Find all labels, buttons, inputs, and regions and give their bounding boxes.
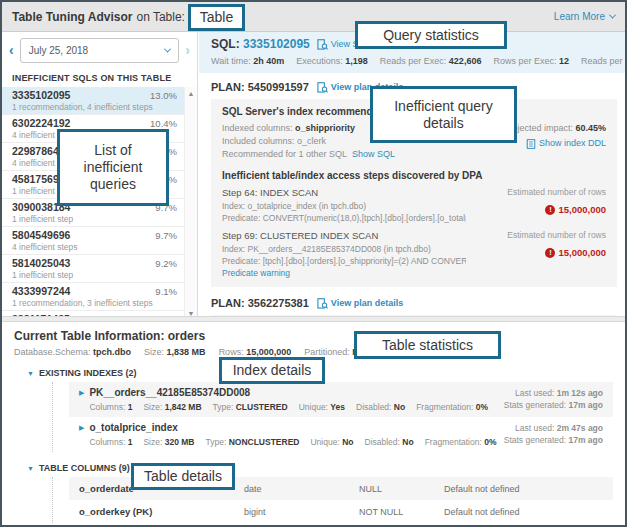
chevron-down-icon xyxy=(609,12,616,19)
sql-list-item[interactable]: 43339972449.1% 1 recommendation, 3 ineff… xyxy=(2,283,184,311)
annotation-table-statistics: Table statistics xyxy=(354,331,501,359)
recommended-for-text: Recommended for 1 other SQL xyxy=(222,149,347,159)
page-title: Table Tuning Advisor xyxy=(12,10,132,24)
sql-list-item[interactable]: 58045496969.7% 4 inefficient steps xyxy=(2,227,184,255)
scroll-up-icon[interactable]: ▲ xyxy=(185,90,197,97)
detail-value: 1,842 MB xyxy=(165,402,202,412)
detail-value: 0% xyxy=(476,402,488,412)
plan-label: PLAN: xyxy=(211,297,245,309)
stat-label: Rows: xyxy=(219,347,244,357)
estimated-rows-value: 15,000,000 xyxy=(558,247,606,258)
column-type: bigint xyxy=(244,507,359,517)
show-index-ddl-link[interactable]: Show index DDL xyxy=(526,137,606,150)
index-usage: Last used: 1m 12s ago Stats generated: 1… xyxy=(504,387,603,412)
date-select[interactable]: July 25, 2018 xyxy=(20,38,180,63)
show-sql-link[interactable]: Show SQL xyxy=(352,149,395,159)
sql-id: 4333997244 xyxy=(12,285,70,297)
table-column-row: o_orderkey (PK) bigint NOT NULL Default … xyxy=(69,500,613,523)
column-default: Default not defined xyxy=(444,484,603,494)
expand-triangle-icon[interactable]: ▶ xyxy=(79,422,84,447)
stats-generated-value: 17m ago xyxy=(569,400,604,410)
learn-more-link[interactable]: Learn More xyxy=(554,11,615,22)
estimated-rows-label: Estimated number of rows xyxy=(466,230,606,241)
previous-day-button[interactable]: ‹ xyxy=(9,43,14,57)
sql-subtext: 1 recommendation, 4 inefficient steps xyxy=(12,102,177,112)
collapse-triangle-icon: ▼ xyxy=(27,465,34,472)
detail-label: Size: xyxy=(143,402,162,412)
estimated-rows-label: Estimated number of rows xyxy=(466,187,606,198)
sql-pct: 13.0% xyxy=(150,90,177,102)
view-plan-details-link[interactable]: View plan details xyxy=(317,298,403,309)
last-used-label: Last used: xyxy=(515,423,554,433)
last-used-label: Last used: xyxy=(515,388,554,398)
expand-triangle-icon[interactable]: ▶ xyxy=(79,387,84,412)
sql-subtext: 1 recommendation, 3 inefficient steps xyxy=(12,298,177,308)
detail-label: Unique: xyxy=(299,402,328,412)
stat-label: Wait time: xyxy=(211,56,251,66)
sql-subtext: 1 inefficient step xyxy=(12,214,177,224)
list-scrollbar[interactable]: ▲ ▼ xyxy=(184,87,197,320)
sql-list-item[interactable]: 58140250439.2% 1 inefficient step xyxy=(2,255,184,283)
chevron-down-icon xyxy=(164,45,171,52)
stat-value: 15,000,000 xyxy=(246,347,291,357)
step-predicate: Predicate: [tpch].[dbo].[orders].[o_ship… xyxy=(222,256,466,267)
sql-id-link[interactable]: 3335102095 xyxy=(243,37,310,51)
stat-value: 12 xyxy=(559,56,569,66)
stat-label: Reads per Row: xyxy=(581,56,627,66)
stats-generated-value: 17m ago xyxy=(569,435,604,445)
detail-label: Unique: xyxy=(310,437,339,447)
step-predicate: Predicate: CONVERT(numeric(18,0),[tpch].… xyxy=(222,213,466,224)
table-columns-title: TABLE COLUMNS (9) xyxy=(39,463,130,473)
step-title: Step 69: CLUSTERED INDEX SCAN xyxy=(222,230,466,242)
predicate-warning-link[interactable]: Predicate warning xyxy=(222,268,290,278)
stat-value: 2h 40m xyxy=(253,56,284,66)
detail-value: No xyxy=(402,437,413,447)
view-plan-details-label: View plan details xyxy=(331,298,403,308)
annotation-list-of-inefficient-queries: List of inefficient queries xyxy=(57,129,169,206)
detail-label: Disabled: xyxy=(356,402,391,412)
detail-value: 1 xyxy=(128,437,133,447)
sql-id: 5804549696 xyxy=(12,229,70,241)
included-columns-label: Included columns: xyxy=(222,136,295,146)
sql-list-item[interactable]: 333510209513.0% 1 recommendation, 4 inef… xyxy=(2,87,184,115)
document-magnifier-icon xyxy=(317,82,328,93)
detail-value: No xyxy=(394,402,405,412)
detail-value: 1 xyxy=(128,402,133,412)
show-index-ddl-label: Show index DDL xyxy=(539,137,606,150)
stat-label: Executions: xyxy=(296,56,343,66)
index-details: Columns: 1 Size: 1,842 MB Type: CLUSTERE… xyxy=(89,402,488,412)
column-default: Default not defined xyxy=(444,507,603,517)
index-name: PK__orders__42185E85374DD008 xyxy=(89,387,488,399)
stat-label: Database.Schema: xyxy=(14,347,91,357)
learn-more-label: Learn More xyxy=(554,11,605,22)
annotation-table: Table xyxy=(188,4,245,31)
stats-generated-label: Stats generated: xyxy=(504,435,566,445)
existing-indexes-title: EXISTING INDEXES (2) xyxy=(39,368,137,378)
date-navigator: ‹ July 25, 2018 › xyxy=(2,32,197,68)
annotation-index-details: Index details xyxy=(219,357,325,384)
next-day-button[interactable]: › xyxy=(185,43,190,57)
sql-subtext: 1 inefficient step xyxy=(12,270,177,280)
stat-value: 1,838 MB xyxy=(167,347,206,357)
date-select-value: July 25, 2018 xyxy=(29,45,89,56)
stat-label: Size: xyxy=(144,347,164,357)
warning-icon: ! xyxy=(545,205,555,215)
detail-value: NONCLUSTERED xyxy=(229,437,300,447)
stats-generated-label: Stats generated: xyxy=(504,400,566,410)
detail-value: Yes xyxy=(330,402,345,412)
collapse-triangle-icon: ▼ xyxy=(27,370,34,377)
detail-value: 320 MB xyxy=(165,437,195,447)
detail-label: Fragmentation: xyxy=(416,402,473,412)
stat-label: Reads per Exec: xyxy=(380,56,447,66)
stat-value: 422,606 xyxy=(449,56,482,66)
table-statistics: Database.Schema: tpch.dbo Size: 1,838 MB… xyxy=(14,347,613,357)
annotation-inefficient-query-details: Inefficient query details xyxy=(370,86,517,143)
detail-label: Type: xyxy=(205,437,226,447)
page-title-context: on Table: xyxy=(136,10,185,24)
query-statistics: Wait time: 2h 40m Executions: 1,198 Read… xyxy=(211,56,617,66)
table-columns-header[interactable]: ▼ TABLE COLUMNS (9) xyxy=(27,463,613,473)
plan-id: 3562275381 xyxy=(248,297,309,309)
sql-label: SQL: xyxy=(211,37,240,51)
detail-label: Disabled: xyxy=(365,437,400,447)
inefficient-step: Step 69: CLUSTERED INDEX SCAN Index: PK_… xyxy=(222,230,606,279)
